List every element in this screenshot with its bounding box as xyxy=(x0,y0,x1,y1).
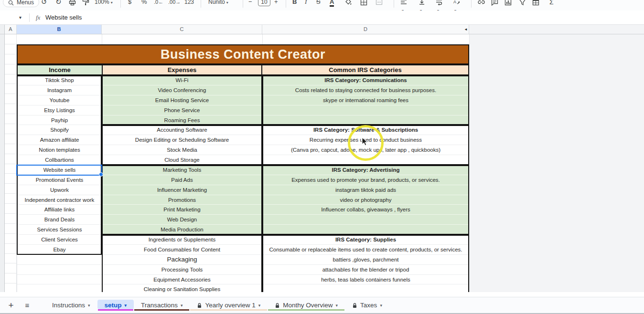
formula-input[interactable]: Website sells xyxy=(45,10,82,25)
merge-cells-icon[interactable] xyxy=(376,0,383,7)
cell-income[interactable]: Ebay xyxy=(17,245,102,255)
column-header-c[interactable]: C xyxy=(102,25,262,34)
add-sheet-button[interactable]: + xyxy=(4,297,18,313)
font-select[interactable]: Nunito xyxy=(208,0,239,7)
cell-expense[interactable]: Packaging xyxy=(102,255,262,265)
cell-irs[interactable]: IRS Category: Advertising xyxy=(262,165,469,175)
increase-font-size-button[interactable]: + xyxy=(274,0,278,7)
strikethrough-button[interactable]: S xyxy=(316,0,321,7)
column-a-cells[interactable] xyxy=(5,34,17,292)
font-size-input[interactable]: 10 xyxy=(258,0,270,7)
tab-setup[interactable]: setup▾ xyxy=(97,297,134,313)
fill-color-icon[interactable] xyxy=(345,0,352,7)
cell-income[interactable]: Affiliate links xyxy=(17,205,102,215)
tab-dropdown-icon[interactable]: ▾ xyxy=(380,303,382,308)
cell-irs[interactable] xyxy=(262,284,469,292)
cell-income[interactable]: Promotional Events xyxy=(17,175,102,185)
cell-irs[interactable]: Recurring expenses used to conduct busin… xyxy=(262,135,469,145)
cell-income[interactable]: Amazon affiliate xyxy=(17,135,102,145)
horizontal-align-icon[interactable] xyxy=(400,0,407,7)
header-expenses[interactable]: Expenses xyxy=(102,65,261,74)
insert-comment-icon[interactable] xyxy=(491,0,498,7)
vertical-align-icon[interactable] xyxy=(419,0,425,7)
tab-taxes[interactable]: Taxes▾ xyxy=(345,297,389,313)
decrease-font-size-button[interactable]: − xyxy=(248,0,252,7)
cell-expense[interactable]: Ingredients or Supplements xyxy=(102,235,262,245)
tab-monthy-overview[interactable]: Monthy Overview▾ xyxy=(268,297,345,313)
tab-dropdown-icon[interactable]: ▾ xyxy=(336,303,338,308)
tab-yearly-overview[interactable]: Yearly overview 1▾ xyxy=(190,297,268,313)
cell-irs[interactable]: Expenses used to promote your brand, pro… xyxy=(262,175,469,185)
borders-icon[interactable] xyxy=(360,0,367,7)
cell-empty[interactable] xyxy=(17,255,102,265)
tab-dropdown-icon[interactable]: ▾ xyxy=(181,303,183,308)
sheet-title-cell[interactable]: Business Content Creator xyxy=(17,44,469,64)
cell-expense[interactable]: Cloud Storage xyxy=(102,155,262,165)
cell-irs[interactable]: Influencer collabs, giveaways , flyers xyxy=(262,205,469,215)
cell-irs[interactable]: (Canva pro, capcut, adobe, mock ups, lat… xyxy=(262,145,469,155)
cell-irs[interactable]: IRS Category: Software & Subscriptions xyxy=(262,125,469,135)
cell-irs[interactable]: Consumable or replaceable items used to … xyxy=(262,245,469,255)
cell-irs[interactable]: attachables for the blender or tripod xyxy=(262,265,469,275)
decrease-decimal-button[interactable]: .0← xyxy=(154,0,163,7)
tab-dropdown-icon[interactable]: ▾ xyxy=(125,303,127,308)
insert-chart-icon[interactable] xyxy=(504,0,512,7)
text-rotation-icon[interactable]: A xyxy=(453,0,460,7)
column-header-b[interactable]: B xyxy=(17,25,102,34)
bold-button[interactable]: B xyxy=(292,0,297,7)
cell-expense[interactable]: Stock Media xyxy=(102,145,262,155)
cell-irs[interactable] xyxy=(262,105,469,115)
header-irs-categories[interactable]: Common IRS Categories xyxy=(261,65,468,74)
zoom-select[interactable]: 100% xyxy=(95,0,113,7)
header-income[interactable]: Income xyxy=(18,65,102,74)
cell-expense[interactable]: Phone Service xyxy=(102,105,262,115)
cell-income[interactable]: Instagram xyxy=(17,85,102,95)
cell-irs[interactable] xyxy=(262,215,469,225)
cell-income[interactable]: Brand Deals xyxy=(17,215,102,225)
cell-expense[interactable]: Web Design xyxy=(102,215,262,225)
increase-decimal-button[interactable]: .00→ xyxy=(168,0,181,7)
row-header-sliver-body[interactable] xyxy=(0,34,5,292)
cell-income[interactable]: Independent contractor work xyxy=(17,195,102,205)
cell-irs[interactable]: video or photography xyxy=(262,195,469,205)
cell-irs[interactable]: herbs, teas labels containers funnels xyxy=(262,275,469,285)
cell-irs[interactable] xyxy=(262,155,469,165)
tab-dropdown-icon[interactable]: ▾ xyxy=(258,303,261,308)
hidden-columns-icon[interactable]: ◂ xyxy=(463,25,469,34)
tab-transactions[interactable]: Transactions▾ xyxy=(134,297,190,313)
cell-irs[interactable]: instagram tiktok paid ads xyxy=(262,185,469,195)
row-header-sliver[interactable] xyxy=(0,25,5,34)
cell-expense[interactable]: Wi-Fi xyxy=(102,75,262,85)
all-sheets-icon[interactable]: ≡ xyxy=(20,297,34,313)
cell-expense[interactable]: Equipment Accessories xyxy=(102,275,262,285)
cell-expense[interactable]: Email Hosting Service xyxy=(102,95,262,105)
name-box-dropdown-icon[interactable]: ▾ xyxy=(19,10,21,25)
cell-irs[interactable] xyxy=(262,225,469,235)
column-header-a[interactable]: A xyxy=(5,25,17,34)
cell-income[interactable]: Youtube xyxy=(17,95,102,105)
cell-income[interactable]: Collbartions xyxy=(17,155,102,165)
cell-expense[interactable]: Media Production xyxy=(102,225,262,235)
redo-icon[interactable]: ↻ xyxy=(55,0,62,7)
cell-expense[interactable]: Influencer Marketing xyxy=(102,185,262,195)
cell-irs[interactable] xyxy=(262,115,469,126)
cell-income[interactable]: Etsy Listings xyxy=(17,105,102,115)
cell-income[interactable]: Payhip xyxy=(17,115,102,126)
tab-instructions[interactable]: Instructions▾ xyxy=(45,297,97,313)
print-icon[interactable] xyxy=(69,0,76,7)
column-header-d[interactable]: D xyxy=(262,25,469,34)
cell-expense[interactable]: Roaming Fees xyxy=(102,115,262,126)
cell-expense[interactable]: Cleaning or Sanitation Supplies xyxy=(102,284,262,292)
cell-irs[interactable]: IRS Category: Communications xyxy=(262,75,469,85)
number-format-button[interactable]: 123 xyxy=(184,0,194,7)
text-wrap-icon[interactable] xyxy=(436,0,442,7)
cell-irs[interactable]: skype or international roaming fees xyxy=(262,95,469,105)
cell-expense[interactable]: Paid Ads xyxy=(102,175,262,185)
insert-link-icon[interactable] xyxy=(478,0,485,7)
cell-income[interactable]: Notion templates xyxy=(17,145,102,155)
paint-format-icon[interactable] xyxy=(82,0,89,7)
text-color-button[interactable]: A xyxy=(330,0,334,7)
search-menus-button[interactable]: Menus xyxy=(3,0,39,7)
undo-icon[interactable]: ↺ xyxy=(41,0,47,7)
italic-button[interactable]: I xyxy=(305,0,307,7)
